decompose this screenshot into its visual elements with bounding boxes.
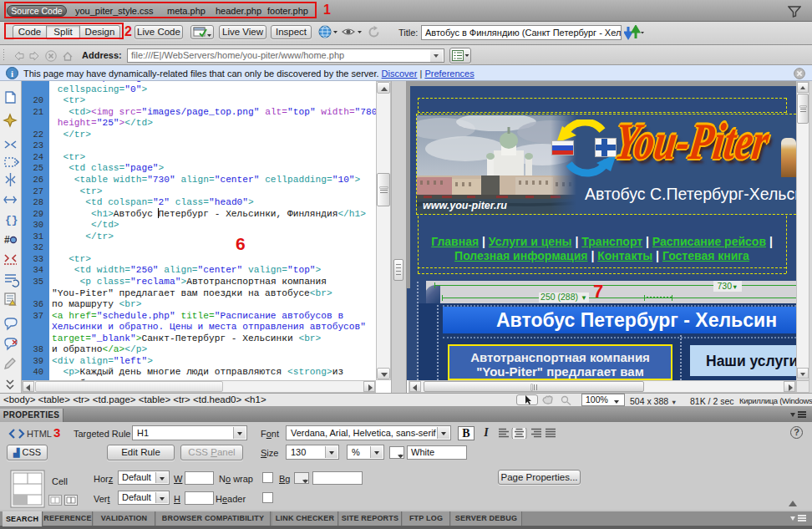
svg-text:{}: {} (5, 214, 18, 226)
svg-text:#: # (4, 234, 10, 246)
svg-text:i: i (11, 69, 13, 79)
